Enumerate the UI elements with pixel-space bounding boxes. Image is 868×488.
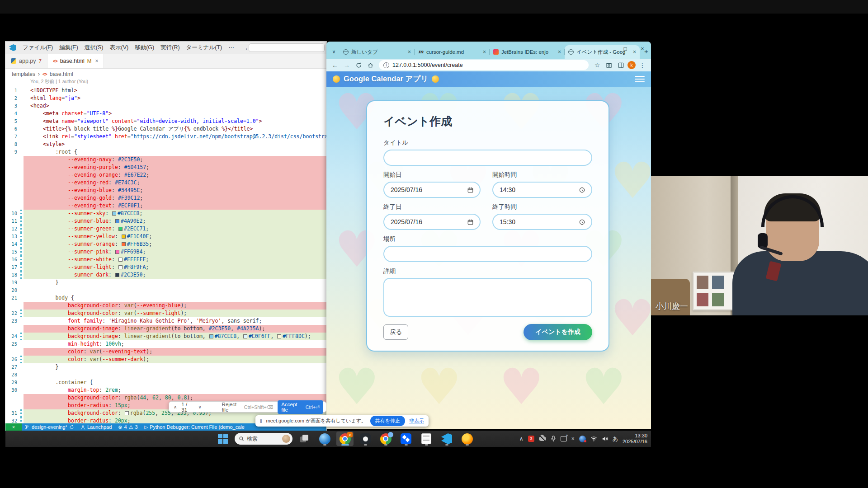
taskbar-app-edge[interactable] — [316, 432, 333, 446]
breadcrumb-file[interactable]: base.html — [50, 71, 73, 77]
edge-icon — [319, 433, 330, 445]
onedrive-paused-icon[interactable] — [539, 436, 546, 441]
code-line: 2<html lang="ja"> — [5, 94, 326, 102]
stop-sharing-button[interactable]: 共有を停止 — [370, 416, 405, 426]
wifi-icon[interactable] — [590, 436, 597, 441]
taskbar-clock[interactable]: 13:30 2025/07/16 — [623, 433, 647, 445]
heart-decoration: ♥ — [581, 358, 626, 416]
code-line: 9 :root { — [5, 148, 326, 156]
browser-tab[interactable]: JetBrains IDEs: enjo× — [490, 45, 565, 59]
code-line: 1<!DOCTYPE html> — [5, 87, 326, 94]
end-date-input[interactable]: 2025/07/16 — [383, 214, 481, 230]
start-time-value: 14:30 — [500, 186, 515, 193]
sun-emoji — [432, 75, 439, 83]
task-view-button[interactable] — [296, 432, 313, 446]
screenshot-icon[interactable] — [604, 60, 614, 70]
menu-item[interactable]: ターミナル(T) — [183, 43, 226, 52]
forward-button[interactable]: → — [342, 60, 352, 70]
launchpad-item[interactable]: Launchpad — [77, 424, 115, 430]
code-line: 8 <style> — [5, 141, 326, 148]
hide-bar-link[interactable]: 非表示 — [409, 418, 424, 424]
notification-badge-icon[interactable]: 3 — [528, 436, 534, 442]
close-tab-icon[interactable]: × — [408, 49, 411, 55]
code-editor[interactable]: 1<!DOCTYPE html>2<html lang="ja">3<head>… — [5, 87, 326, 423]
diff-next-button[interactable]: ∨ — [198, 404, 202, 409]
back-button[interactable]: 戻る — [383, 324, 408, 340]
bookmark-star-icon[interactable]: ☆ — [592, 60, 602, 70]
maximize-button[interactable]: □ — [617, 42, 634, 56]
taskbar-app-chrome[interactable]: k — [336, 432, 354, 446]
editor-tab-app-py[interactable]: app.py 7 — [5, 54, 47, 68]
modified-indicator: M — [87, 58, 92, 64]
back-button[interactable]: ← — [330, 60, 340, 70]
code-line: 30 margin-top: 2rem; — [5, 386, 326, 394]
diff-review-widget: ∧ 1 / 31 ∨ Reject file Ctrl+Shift+⌫ Acce… — [169, 401, 326, 413]
menu-item[interactable]: ファイル(F) — [19, 43, 56, 52]
accept-file-button[interactable]: Accept file Ctrl+⏎ — [278, 400, 323, 414]
snip-tool-icon[interactable] — [561, 436, 567, 441]
close-tab-icon[interactable]: × — [95, 58, 98, 64]
home-icon — [368, 62, 373, 68]
profile-avatar[interactable]: k — [627, 61, 636, 69]
address-bar[interactable]: i 127.0.0.1:5000/event/create — [379, 60, 589, 70]
browser-tab[interactable]: 新しいタブ× — [340, 45, 415, 59]
close-tab-icon[interactable]: × — [483, 49, 486, 55]
start-time-input[interactable]: 14:30 — [492, 182, 592, 198]
side-panel-icon[interactable] — [616, 60, 626, 70]
taskbar-app-chrome-pwa[interactable] — [377, 432, 394, 446]
taskbar-search[interactable]: 検索 — [235, 433, 292, 445]
menu-item[interactable]: ⋯ — [225, 43, 237, 52]
editor-tab-base-html[interactable]: <> base.html M × — [47, 54, 104, 68]
details-textarea[interactable] — [383, 278, 592, 317]
create-event-button[interactable]: イベントを作成 — [524, 324, 592, 340]
close-button[interactable]: × — [634, 42, 651, 56]
hamburger-menu-icon[interactable] — [635, 76, 645, 82]
tab-search-icon[interactable]: ∨ — [329, 45, 339, 58]
taskbar-app-notepad[interactable] — [418, 432, 435, 446]
chrome-toolbar: ← → i 127.0.0.1:5000/event/create ☆ k ⋮ — [326, 59, 651, 71]
title-input[interactable] — [383, 150, 592, 166]
chrome-menu-icon[interactable]: ⋮ — [637, 60, 647, 70]
url-text[interactable]: 127.0.0.1:5000/event/create — [392, 62, 584, 68]
tray-expand-icon[interactable]: ∧ — [519, 436, 524, 442]
volume-icon[interactable] — [602, 436, 608, 441]
menu-item[interactable]: 実行(R) — [157, 43, 183, 52]
diff-prev-button[interactable]: ∧ — [174, 404, 177, 409]
menu-item[interactable]: 移動(G) — [132, 43, 157, 52]
location-input[interactable] — [383, 246, 592, 262]
breadcrumb[interactable]: templates › <> base.html — [12, 70, 73, 79]
site-info-icon[interactable]: i — [383, 62, 389, 68]
microphone-icon[interactable] — [551, 436, 556, 442]
reload-button[interactable] — [354, 60, 363, 70]
close-tab-icon[interactable]: × — [558, 49, 561, 55]
jetbrains-icon — [493, 49, 499, 55]
git-branch-item[interactable]: design-evening* — [22, 424, 77, 430]
menu-item[interactable]: 編集(E) — [56, 43, 81, 52]
breadcrumb-folder[interactable]: templates — [12, 71, 35, 77]
code-line: 3<head> — [5, 102, 326, 110]
ime-indicator[interactable]: あ — [613, 435, 618, 443]
browser-tab[interactable]: mcursor-guide.md× — [415, 45, 490, 59]
taskbar-app-firefox[interactable] — [458, 432, 476, 446]
menu-item[interactable]: 表示(V) — [106, 43, 132, 52]
meet-recording-icon[interactable] — [579, 436, 586, 442]
taskbar-app-vscode[interactable] — [438, 432, 455, 446]
debugger-item[interactable]: ▷ Python Debugger: Current File (demo_ca… — [141, 424, 248, 430]
problems-item[interactable]: ⊗ 4 ⚠ 3 — [115, 424, 141, 430]
menu-item[interactable]: 選択(S) — [81, 43, 107, 52]
reject-file-button[interactable]: Reject file Ctrl+Shift+⌫ — [222, 402, 274, 413]
taskbar-app-github-desktop[interactable] — [357, 432, 374, 446]
start-date-input[interactable]: 2025/07/16 — [383, 182, 481, 198]
minimize-button[interactable]: ─ — [599, 42, 617, 56]
start-button[interactable] — [214, 432, 231, 446]
code-line: 11 --summer-blue: #4A90E2; — [5, 217, 326, 225]
start-time-label: 開始時間 — [492, 171, 592, 179]
command-center[interactable] — [249, 43, 325, 52]
home-button[interactable] — [365, 60, 375, 70]
end-time-input[interactable]: 15:30 — [492, 214, 592, 230]
remote-indicator[interactable]: × — [5, 423, 22, 431]
code-line: 27 } — [5, 363, 326, 371]
globe-icon — [343, 49, 349, 55]
close-tray-icon[interactable]: × — [571, 436, 575, 442]
taskbar-app-dropbox[interactable] — [397, 432, 415, 446]
